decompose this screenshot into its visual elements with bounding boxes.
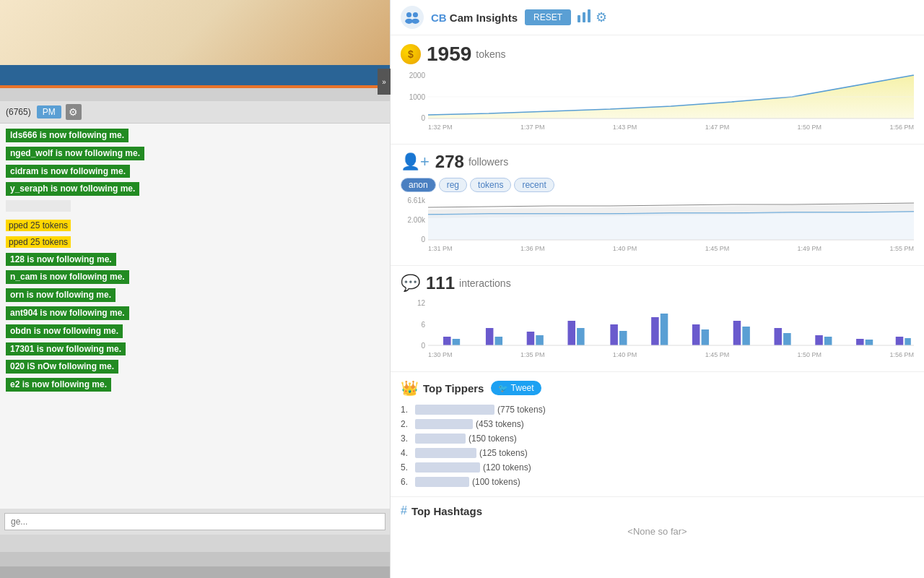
tab-reg[interactable]: reg bbox=[439, 178, 467, 192]
x-label: 1:55 PM bbox=[889, 245, 914, 258]
follower-tabs: anon reg tokens recent bbox=[401, 178, 914, 192]
tip-message: pped 25 tokens bbox=[6, 220, 71, 231]
list-item: 020 iS nOw following me. bbox=[0, 358, 390, 376]
tipper-list: 1. (775 tokens) 2. (453 tokens) 3. (150 … bbox=[401, 402, 914, 489]
person-add-icon: 👤+ bbox=[401, 152, 430, 171]
tippers-header: 👑 Top Tippers 🐦 Tweet bbox=[401, 379, 914, 397]
tipper-item: 2. (453 tokens) bbox=[401, 417, 914, 431]
follow-message: 128 is now following me. bbox=[6, 253, 116, 267]
list-item: e2 is now following me. bbox=[0, 376, 390, 394]
list-item: cidram is now following me. bbox=[0, 163, 390, 181]
svg-marker-12 bbox=[428, 212, 914, 240]
follow-message: cidram is now following me. bbox=[6, 165, 130, 178]
tipper-name bbox=[415, 419, 473, 429]
bottom-bars bbox=[0, 535, 390, 578]
y-label: 0 bbox=[401, 342, 425, 350]
token-count: 1959 bbox=[427, 43, 471, 66]
x-label: 1:36 PM bbox=[520, 245, 545, 258]
tipper-rank: 6. bbox=[401, 477, 415, 487]
pm-button[interactable]: PM bbox=[37, 105, 61, 118]
cb-label: CB bbox=[431, 12, 447, 24]
bar-chart-icon[interactable] bbox=[577, 9, 591, 26]
tipper-token-count: (775 tokens) bbox=[497, 405, 546, 415]
followers-title: 👤+ 278 followers bbox=[401, 152, 914, 172]
message-input[interactable] bbox=[4, 513, 385, 530]
hashtags-header: # Top Hashtags bbox=[401, 504, 914, 517]
insights-header: CB Cam Insights RESET ⚙ bbox=[391, 0, 924, 35]
tipper-token-count: (100 tokens) bbox=[472, 477, 520, 487]
svg-rect-25 bbox=[661, 314, 668, 345]
svg-rect-30 bbox=[775, 328, 783, 345]
y-label: 0 bbox=[401, 236, 425, 243]
tweet-button[interactable]: 🐦 Tweet bbox=[491, 381, 541, 395]
list-item: obdn is now following me. bbox=[0, 322, 390, 340]
svg-rect-37 bbox=[905, 338, 910, 345]
svg-rect-27 bbox=[702, 329, 710, 345]
x-label: 1:40 PM bbox=[613, 245, 637, 258]
tokens-title: $ 1959 tokens bbox=[401, 43, 914, 66]
tipper-token-count: (120 tokens) bbox=[483, 462, 531, 473]
toolbar-gear-button[interactable]: ⚙ bbox=[66, 104, 82, 120]
y-label: 1000 bbox=[401, 93, 425, 101]
blue-bar bbox=[0, 65, 390, 85]
x-label: 1:49 PM bbox=[798, 245, 822, 258]
tab-recent[interactable]: recent bbox=[514, 178, 554, 192]
x-label: 1:40 PM bbox=[613, 351, 637, 364]
tippers-title: Top Tippers bbox=[423, 382, 484, 394]
interactions-chart: 12 6 0 bbox=[401, 299, 914, 364]
svg-rect-17 bbox=[495, 337, 503, 345]
x-label: 1:37 PM bbox=[520, 124, 545, 137]
svg-rect-5 bbox=[578, 15, 580, 22]
insights-panel: CB Cam Insights RESET ⚙ $ 1959 tokens bbox=[390, 0, 924, 578]
tab-anon[interactable]: anon bbox=[401, 178, 436, 192]
svg-rect-7 bbox=[588, 9, 590, 22]
tab-tokens[interactable]: tokens bbox=[470, 178, 511, 192]
bottom-bar-2 bbox=[0, 552, 390, 566]
svg-rect-33 bbox=[824, 337, 832, 345]
x-label: 1:50 PM bbox=[798, 351, 822, 364]
x-label: 1:47 PM bbox=[705, 124, 730, 137]
list-item: orn is now following me. bbox=[0, 286, 390, 304]
interactions-chart-area bbox=[428, 299, 914, 350]
tip-message: pped 25 tokens bbox=[6, 236, 71, 248]
interactions-label: interactions bbox=[459, 277, 511, 289]
x-label: 1:45 PM bbox=[705, 351, 730, 364]
follow-message: obdn is now following me. bbox=[6, 324, 123, 338]
tipper-item: 1. (775 tokens) bbox=[401, 402, 914, 417]
follow-message: y_seraph is now following me. bbox=[6, 182, 139, 196]
svg-rect-31 bbox=[783, 333, 791, 345]
collapse-button[interactable]: » bbox=[378, 69, 391, 95]
svg-rect-34 bbox=[856, 339, 864, 345]
tipper-token-count: (125 tokens) bbox=[479, 448, 528, 458]
y-label: 6 bbox=[401, 321, 425, 329]
svg-point-4 bbox=[411, 19, 419, 24]
x-label: 1:32 PM bbox=[428, 124, 453, 137]
follow-message: n_cam is now following me. bbox=[6, 270, 129, 284]
chat-toolbar: (6765) PM ⚙ bbox=[0, 101, 390, 124]
top-tippers-section: 👑 Top Tippers 🐦 Tweet 1. (775 tokens) 2.… bbox=[391, 372, 924, 497]
cam-insights-label: Cam Insights bbox=[450, 12, 518, 24]
list-item: pped 25 tokens bbox=[0, 234, 390, 251]
followers-chart: 6.61k 2.00k 0 bbox=[401, 197, 914, 258]
tipper-token-count: (150 tokens) bbox=[468, 434, 517, 444]
follow-message: ant904 is now following me. bbox=[6, 306, 129, 320]
interactions-chart-y: 12 6 0 bbox=[401, 299, 428, 350]
interactions-chart-x: 1:30 PM 1:35 PM 1:40 PM 1:45 PM 1:50 PM … bbox=[428, 351, 914, 364]
y-label: 2000 bbox=[401, 72, 425, 79]
tipper-item: 3. (150 tokens) bbox=[401, 431, 914, 446]
reset-button[interactable]: RESET bbox=[525, 9, 571, 25]
svg-rect-26 bbox=[692, 324, 700, 345]
follow-message: e2 is now following me. bbox=[6, 378, 111, 392]
svg-rect-6 bbox=[583, 12, 585, 22]
bottom-bar-1 bbox=[0, 535, 390, 552]
svg-rect-20 bbox=[567, 321, 575, 345]
tipper-name bbox=[415, 462, 480, 473]
viewer-count: (6765) bbox=[6, 107, 31, 117]
followers-section: 👤+ 278 followers anon reg tokens recent … bbox=[391, 144, 924, 266]
tipper-item: 6. (100 tokens) bbox=[401, 475, 914, 489]
follower-label: followers bbox=[468, 156, 508, 168]
bottom-bar-3 bbox=[0, 566, 390, 578]
tipper-token-count: (453 tokens) bbox=[476, 419, 524, 429]
svg-rect-29 bbox=[742, 327, 750, 345]
settings-icon[interactable]: ⚙ bbox=[596, 9, 607, 25]
